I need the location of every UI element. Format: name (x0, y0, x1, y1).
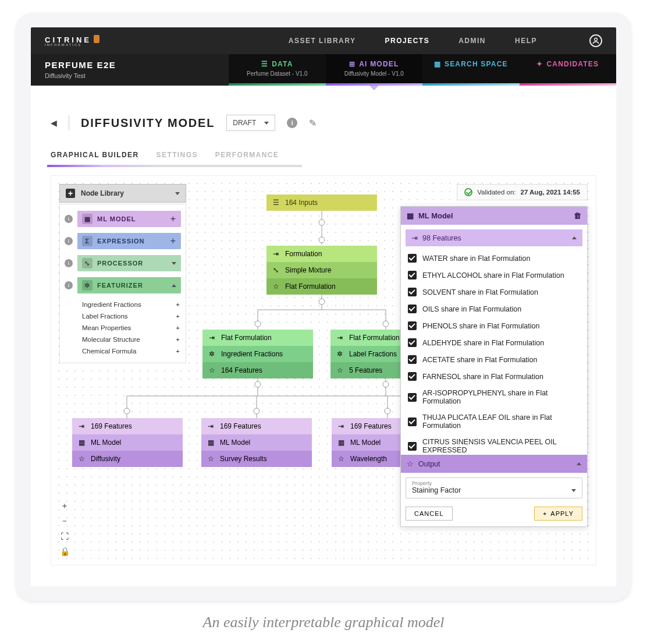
page-caption: An easily interpretable graphical model (16, 614, 631, 631)
feature-item[interactable]: WATER share in Flat Formulation (406, 250, 585, 267)
list-icon: ☰ (261, 60, 268, 68)
svg-point-18 (255, 381, 261, 387)
star-icon: ☆ (207, 366, 216, 375)
panel-header: ▦ ML Model 🗑 (401, 207, 587, 225)
svg-point-2 (319, 220, 325, 225)
apply-button[interactable]: +APPLY (534, 507, 582, 521)
checkbox-checked-icon[interactable] (408, 288, 417, 296)
svg-point-10 (383, 321, 389, 327)
grid-icon: ▦ (82, 214, 93, 224)
model-icon: ⊞ (349, 60, 356, 68)
chevron-down-icon (571, 489, 576, 492)
features-list[interactable]: WATER share in Flat Formulation ETHYL AL… (406, 250, 586, 452)
graph-canvas[interactable]: + Node Library i ▦ ML MODEL + i Σ (51, 175, 596, 565)
feature-item[interactable]: AR-ISOPROPYLPHENYL share in Flat Formula… (406, 385, 585, 409)
svg-point-20 (124, 408, 130, 414)
info-icon[interactable]: i (65, 237, 73, 245)
fullscreen-button[interactable]: ⛶ (59, 531, 70, 542)
sigma-icon: Σ (82, 236, 93, 246)
user-avatar-icon[interactable] (589, 34, 602, 47)
svg-point-3 (319, 237, 325, 243)
star-icon: ☆ (271, 282, 280, 291)
checkbox-checked-icon[interactable] (408, 417, 417, 426)
gear-icon: ✲ (335, 349, 344, 359)
gear-icon: ✲ (207, 349, 216, 359)
tab-graphical-builder[interactable]: GRAPHICAL BUILDER (51, 151, 139, 165)
feature-item[interactable]: FARNESOL share in Flat Formulation (406, 368, 585, 385)
chevron-up-icon (577, 462, 581, 465)
features-header[interactable]: ⇥ 98 Features (406, 229, 582, 246)
cancel-button[interactable]: CANCEL (406, 507, 453, 521)
divider (69, 115, 69, 130)
top-bar: CITRINE INFORMATICS ASSET LIBRARY PROJEC… (31, 27, 616, 54)
node-library-header[interactable]: + Node Library (59, 184, 186, 203)
validated-badge: Validated on: 27 Aug, 2021 14:55 (457, 184, 588, 200)
nav-asset-library[interactable]: ASSET LIBRARY (289, 37, 356, 45)
edit-button[interactable]: ✎ (309, 118, 317, 129)
info-icon[interactable]: i (65, 259, 73, 267)
checkbox-checked-icon[interactable] (408, 355, 417, 364)
checkbox-checked-icon[interactable] (408, 338, 417, 347)
checkbox-checked-icon[interactable] (408, 393, 417, 402)
lib-ml-model[interactable]: ▦ ML MODEL + (77, 211, 181, 227)
sublib-item[interactable]: Chemical Formula+ (82, 345, 180, 357)
node-out-survey[interactable]: ⇥169 Features ▦ML Model ☆Survey Results (201, 418, 312, 467)
back-button[interactable]: ◀ (51, 118, 57, 128)
nav-admin[interactable]: ADMIN (458, 37, 486, 45)
sublib-item[interactable]: Label Fractions+ (82, 310, 180, 322)
content-header: ◀ DIFFUSIVITY MODEL DRAFT i ✎ (31, 86, 616, 131)
info-icon[interactable]: i (65, 281, 73, 289)
checkbox-checked-icon[interactable] (408, 254, 417, 263)
input-icon: ⇥ (411, 233, 418, 242)
delete-button[interactable]: 🗑 (574, 211, 581, 220)
feature-item[interactable]: ETHYL ALCOHOL share in Flat Formulation (406, 267, 585, 284)
sparkle-icon: ✦ (536, 60, 543, 68)
nav-projects[interactable]: PROJECTS (385, 37, 429, 45)
info-button[interactable]: i (287, 118, 297, 128)
lib-featurizer[interactable]: ✲ FEATURIZER (77, 277, 181, 293)
tab-settings[interactable]: SETTINGS (157, 151, 198, 165)
node-out-diffusivity[interactable]: ⇥169 Features ▦ML Model ☆Diffusivity (72, 418, 183, 467)
status-dropdown[interactable]: DRAFT (226, 115, 275, 131)
feature-item[interactable]: PHENOLS share in Flat Formulation (406, 317, 585, 334)
chevron-down-icon (172, 262, 176, 265)
grid-icon: ▦ (407, 211, 414, 220)
feature-item[interactable]: SOLVENT share in Flat Formulation (406, 284, 585, 300)
checkbox-checked-icon[interactable] (408, 372, 417, 381)
checkbox-checked-icon[interactable] (408, 442, 417, 451)
node-inputs[interactable]: ☰164 Inputs (266, 194, 377, 211)
feature-item[interactable]: CITRUS SINENSIS VALENCIA PEEL OIL EXPRES… (406, 434, 585, 452)
feature-item[interactable]: THUJA PLICATA LEAF OIL share in Flat For… (406, 409, 585, 434)
subtab-data[interactable]: ☰DATA Perfume Dataset - V1.0 (229, 54, 326, 86)
node-flat-left[interactable]: ⇥Flat Formulation ✲Ingredient Fractions … (202, 330, 313, 378)
subtab-candidates[interactable]: ✦CANDIDATES (520, 54, 617, 86)
lib-processor[interactable]: ⤡ PROCESSOR (77, 255, 181, 271)
subtab-ai-model[interactable]: ⊞AI MODEL Diffusivity Model - V1.0 (326, 54, 423, 86)
feature-item[interactable]: ACETATE share in Flat Formulation (406, 351, 585, 368)
info-icon[interactable]: i (65, 215, 73, 223)
plus-icon: + (170, 214, 176, 224)
sublib-item[interactable]: Ingredient Fractions+ (82, 299, 180, 310)
crop-icon: ⤡ (271, 266, 280, 275)
plus-icon: + (170, 236, 176, 246)
checkbox-checked-icon[interactable] (408, 271, 417, 279)
sublib-item[interactable]: Molecular Structure+ (82, 334, 180, 345)
lock-button[interactable]: 🔒 (59, 546, 70, 557)
project-title: PERFUME E2E (45, 60, 197, 70)
output-header[interactable]: ☆ Output (401, 455, 587, 473)
subtab-search-space[interactable]: ▦SEARCH SPACE (422, 54, 520, 86)
feature-item[interactable]: ALDEHYDE share in Flat Formulation (406, 334, 585, 351)
feature-item[interactable]: OILS share in Flat Formulation (406, 300, 585, 317)
checkbox-checked-icon[interactable] (408, 321, 417, 330)
zoom-controls: ＋ － ⛶ 🔒 (59, 501, 70, 557)
tab-performance[interactable]: PERFORMANCE (215, 151, 279, 165)
lib-expression[interactable]: Σ EXPRESSION + (77, 233, 181, 249)
zoom-out-button[interactable]: － (59, 516, 70, 526)
checkbox-checked-icon[interactable] (408, 305, 417, 313)
sublib-item[interactable]: Mean Properties+ (82, 322, 180, 334)
property-select[interactable]: Property Staining Factor (406, 477, 582, 498)
node-formulation[interactable]: ⇥Formulation ⤡Simple Mixture ☆Flat Formu… (266, 246, 377, 295)
zoom-in-button[interactable]: ＋ (59, 501, 70, 511)
nav-help[interactable]: HELP (515, 37, 537, 45)
ml-model-panel: ▦ ML Model 🗑 ⇥ 98 Features WATER share i… (400, 206, 588, 527)
